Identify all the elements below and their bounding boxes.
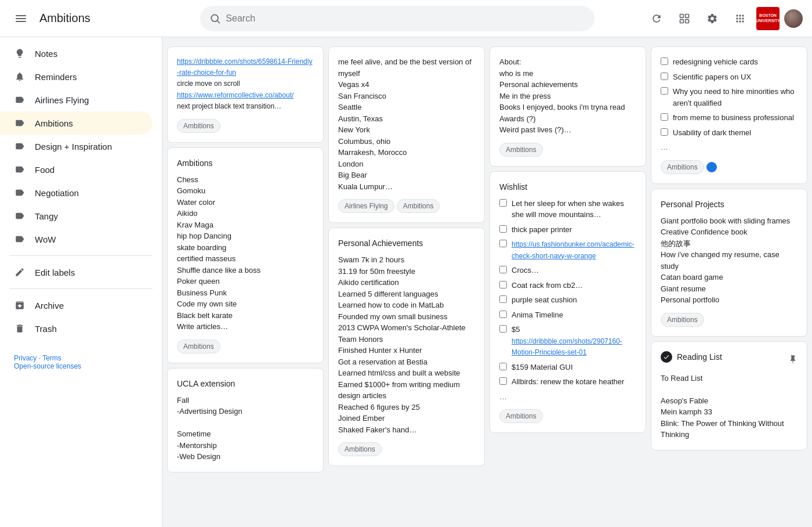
tag-ambitions-2[interactable]: Ambitions [177, 340, 220, 353]
note-scratch[interactable]: https://dribbble.com/shots/6598614-Frien… [167, 46, 324, 143]
checklist-check-2[interactable] [499, 225, 507, 233]
checklist-check-3[interactable] [499, 240, 507, 247]
sidebar-item-negotiation[interactable]: Negotiation [0, 181, 153, 204]
todo-text-4: from meme to business professional [673, 112, 794, 124]
notes-area: https://dribbble.com/shots/6598614-Frien… [162, 37, 812, 527]
settings-button[interactable] [701, 7, 724, 30]
note-tags: Ambitions [177, 119, 314, 133]
checklist-item: Crocs… [499, 265, 636, 276]
wishlist-link-1[interactable]: https://us.fashionbunker.com/academic-ch… [512, 240, 634, 260]
tag-ambitions-pp[interactable]: Ambitions [661, 313, 704, 327]
checklist-check-4[interactable] [499, 266, 507, 273]
sidebar-item-edit-labels[interactable]: Edit labels [0, 261, 153, 284]
todo-text-2: Scientific papers on UX [673, 71, 751, 83]
trash-icon [14, 323, 26, 334]
label-icon-tangy [14, 210, 26, 222]
sidebar-label-tangy: Tangy [35, 211, 58, 221]
tag-ambitions-wishlist[interactable]: Ambitions [499, 409, 543, 423]
note-personal-achievements[interactable]: Personal Achievements Swam 7k in 2 hours… [328, 228, 485, 466]
todo-item-2: Scientific papers on UX [661, 71, 798, 83]
sidebar-item-trash[interactable]: Trash [0, 317, 153, 340]
todo-checklist: redesigning vehicle cards Scientific pap… [661, 56, 798, 153]
tag-airlines-cities[interactable]: Airlines Flying [338, 199, 394, 213]
sidebar-item-wow[interactable]: WoW [0, 228, 153, 251]
svg-point-17 [742, 20, 744, 22]
tag-ambitions-todo[interactable]: Ambitions [661, 160, 704, 174]
tag-ambitions-about[interactable]: Ambitions [499, 143, 543, 157]
note-personal-projects[interactable]: Personal Projects Giant portfolio book w… [651, 189, 807, 337]
note-link-2[interactable]: https://www.reformcollective.co/about/ [177, 91, 293, 99]
checklist-check-5[interactable] [499, 281, 507, 288]
check-circle-icon [661, 351, 672, 363]
tag-ambitions-pa[interactable]: Ambitions [338, 442, 382, 456]
sidebar-label-trash: Trash [35, 324, 57, 334]
tag-ambitions-cities[interactable]: Ambitions [397, 199, 440, 213]
checklist-check-8[interactable] [499, 325, 507, 333]
note-todo[interactable]: redesigning vehicle cards Scientific pap… [651, 46, 807, 184]
notes-column-4: redesigning vehicle cards Scientific pap… [651, 46, 807, 450]
sidebar-item-tangy[interactable]: Tangy [0, 204, 153, 228]
note-ambitions-list[interactable]: Ambitions Chess Gomoku Water color Aikid… [167, 147, 324, 363]
sidebar-item-reminders[interactable]: Reminders [0, 65, 153, 88]
sidebar-item-food[interactable]: Food [0, 158, 153, 181]
sidebar-label-archive: Archive [35, 301, 64, 311]
todo-check-1[interactable] [661, 57, 668, 65]
note-body-about: About: who is me Personal achievements M… [499, 56, 636, 136]
checklist-check-1[interactable] [499, 199, 507, 207]
notes-column-3: About: who is me Personal achievements M… [490, 46, 646, 433]
apps-button[interactable] [728, 7, 752, 30]
svg-point-9 [736, 15, 738, 16]
note-title-pa: Personal Achievements [338, 237, 475, 250]
pin-icon[interactable] [788, 355, 798, 364]
avatar-image [784, 9, 803, 28]
sidebar-label-negotiation: Negotiation [35, 188, 79, 198]
note-wishlist[interactable]: Wishlist Let her sleep for when she wake… [490, 171, 646, 434]
opensource-link[interactable]: Open-source licenses [14, 362, 81, 370]
checklist-check-10[interactable] [499, 377, 507, 385]
todo-check-4[interactable] [661, 113, 668, 121]
note-title-wishlist: Wishlist [499, 181, 636, 193]
sidebar-item-design[interactable]: Design + Inspiration [0, 135, 153, 158]
refresh-button[interactable] [645, 7, 668, 30]
search-input[interactable] [226, 13, 585, 24]
note-link-1[interactable]: https://dribbble.com/shots/6598614-Frien… [177, 57, 312, 77]
checklist-item: $159 Material GUI [499, 362, 636, 373]
checklist-check-6[interactable] [499, 295, 507, 303]
todo-check-2[interactable] [661, 73, 668, 80]
sidebar-item-ambitions[interactable]: Ambitions [0, 111, 153, 135]
note-about[interactable]: About: who is me Personal achievements M… [490, 46, 646, 167]
checklist-text-4: Crocs… [512, 265, 539, 276]
todo-check-3[interactable] [661, 87, 668, 95]
svg-rect-5 [680, 14, 683, 17]
note-ucla[interactable]: UCLA extension Fall -Advertising Design … [167, 368, 324, 472]
layout-icon [679, 13, 690, 24]
svg-line-4 [217, 20, 220, 23]
note-cities[interactable]: me feel alive, and be the best version o… [328, 46, 485, 223]
layout-button[interactable] [673, 7, 696, 30]
svg-point-12 [736, 17, 738, 19]
wishlist-link-2[interactable]: https://dribbble.com/shots/2907160-Motio… [512, 337, 622, 357]
todo-check-5[interactable] [661, 128, 668, 136]
privacy-link[interactable]: Privacy [14, 354, 37, 362]
sidebar-item-archive[interactable]: Archive [0, 294, 153, 317]
label-icon-design [14, 140, 26, 152]
checklist-check-9[interactable] [499, 363, 507, 370]
checklist-text-3: https://us.fashionbunker.com/academic-ch… [512, 239, 636, 261]
boston-badge[interactable]: BOSTON UNIVERSITY [756, 7, 780, 30]
note-reading-list[interactable]: Reading List To Read List Aesop's Fable … [651, 341, 807, 450]
apps-icon [734, 13, 746, 24]
checklist-text-10: Allbirds: renew the kotare heather [512, 376, 624, 388]
avatar[interactable] [784, 9, 803, 28]
sidebar-label-ambitions: Ambitions [35, 118, 73, 128]
checklist-check-7[interactable] [499, 311, 507, 318]
sidebar-label-edit-labels: Edit labels [35, 268, 75, 277]
terms-link[interactable]: Terms [42, 354, 61, 362]
note-title-ambitions: Ambitions [177, 157, 314, 169]
sidebar-item-notes[interactable]: Notes [0, 42, 153, 65]
menu-button[interactable] [9, 7, 32, 30]
todo-text-1: redesigning vehicle cards [673, 56, 758, 68]
sidebar-item-airlines-flying[interactable]: Airlines Flying [0, 88, 153, 111]
search-bar[interactable] [200, 6, 594, 31]
svg-rect-2 [16, 21, 26, 22]
tag-ambitions-1[interactable]: Ambitions [177, 119, 220, 133]
